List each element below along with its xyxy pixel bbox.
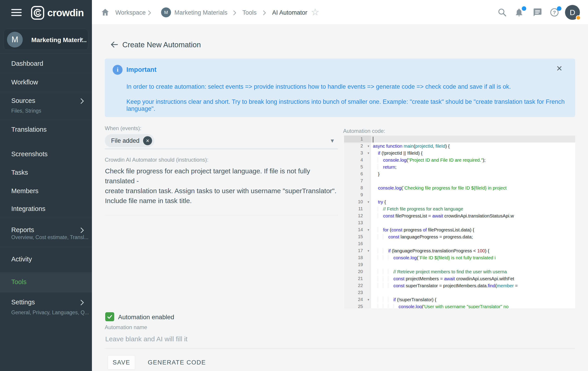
code-line[interactable]: 23 xyxy=(344,289,575,296)
divider xyxy=(0,73,92,73)
code-line[interactable]: 12 const fileProgressList = await crowdi… xyxy=(344,212,575,219)
code-line[interactable]: 15 const languageProgress = progress.dat… xyxy=(344,233,575,240)
code-line[interactable]: 19 xyxy=(344,261,575,268)
code-line-text: const superTranslator = projectMembers.d… xyxy=(371,282,575,289)
crowdin-logo[interactable]: crowdin xyxy=(31,5,84,20)
code-line[interactable]: 14▾ for (const progress of fileProgressL… xyxy=(344,226,575,233)
divider xyxy=(0,92,92,92)
favorite-star-icon[interactable]: ☆ xyxy=(311,7,319,17)
code-line[interactable]: 1 xyxy=(344,135,575,143)
save-button[interactable]: SAVE xyxy=(108,355,135,370)
code-label: Automation code: xyxy=(343,128,385,134)
code-line[interactable]: 11 // Fetch file progress for each langu… xyxy=(344,205,575,212)
generate-code-button[interactable]: GENERATE CODE xyxy=(144,355,210,370)
close-icon[interactable]: ✕ xyxy=(556,64,563,73)
code-line-text: console.log("Project ID and File ID are … xyxy=(371,156,575,164)
code-line[interactable]: 9 xyxy=(344,191,575,198)
code-line[interactable]: 18 console.log(`File ID ${fileId} is not… xyxy=(344,254,575,261)
code-line[interactable]: 24▾ if (!superTranslator) { xyxy=(344,296,575,303)
sidebar-item-activity[interactable]: Activity xyxy=(11,256,32,263)
sidebar: crowdin M Marketing Materi... ▾ Dashboar… xyxy=(0,0,92,371)
code-line-text: try { xyxy=(371,198,575,205)
code-line-text: if (!projectId || !fileId) { xyxy=(371,149,575,156)
brand-name: crowdin xyxy=(47,7,84,19)
code-line[interactable]: 4 console.log("Project ID and File ID ar… xyxy=(344,156,575,164)
code-line[interactable]: 17▾ if (languageProgress.translationProg… xyxy=(344,247,575,254)
gutter-line-number: 22 xyxy=(344,282,371,289)
remove-event-icon[interactable]: ✕ xyxy=(143,136,152,145)
gutter-line-number: 11 xyxy=(344,205,371,212)
code-line[interactable]: 6 } xyxy=(344,170,575,177)
fold-arrow-icon[interactable]: ▾ xyxy=(368,143,369,149)
code-line[interactable]: 10▾ try { xyxy=(344,198,575,205)
code-line-text: const fileProgressList = await crowdinAp… xyxy=(371,212,575,219)
code-line[interactable]: 7 xyxy=(344,177,575,184)
fold-arrow-icon[interactable]: ▾ xyxy=(368,296,369,303)
sidebar-item-screenshots[interactable]: Screenshots xyxy=(11,150,48,158)
code-line[interactable]: 13 xyxy=(344,219,575,226)
gutter-line-number: 24▾ xyxy=(344,296,371,303)
sidebar-item-settings[interactable]: Settings xyxy=(11,299,35,306)
chevron-right-icon xyxy=(80,227,84,234)
code-line[interactable]: 21 const projectMembers = await crowdinA… xyxy=(344,275,575,282)
code-line[interactable]: 16 xyxy=(344,240,575,247)
code-line-text: return; xyxy=(371,164,575,170)
notice-title: Important xyxy=(126,66,157,73)
breadcrumb-project[interactable]: Marketing Materials xyxy=(174,9,228,16)
gutter-line-number: 5 xyxy=(344,164,371,170)
divider xyxy=(0,218,92,218)
code-line[interactable]: 25 console.log('User with username "supe… xyxy=(344,303,575,309)
code-line-text: // Retrieve project members to find the … xyxy=(371,268,575,275)
automation-name-input[interactable] xyxy=(105,333,575,345)
breadcrumb-workspace[interactable]: Workspace xyxy=(115,9,146,16)
breadcrumb-current: AI Automator xyxy=(272,9,307,16)
sidebar-sub-settings: General, Privacy, Languages, Q... xyxy=(11,309,89,316)
sidebar-item-tasks[interactable]: Tasks xyxy=(11,169,28,176)
code-line-text: const projectMembers = await crowdinApi.… xyxy=(371,275,575,282)
hamburger-menu-icon[interactable] xyxy=(11,9,22,18)
fold-arrow-icon[interactable]: ▾ xyxy=(368,247,369,254)
sidebar-item-members[interactable]: Members xyxy=(11,187,39,195)
top-navbar: Workspace M Marketing Materials Tools AI… xyxy=(92,0,588,25)
breadcrumb-tools[interactable]: Tools xyxy=(242,9,257,16)
code-line[interactable]: 3▾ if (!projectId || !fileId) { xyxy=(344,149,575,156)
code-line-text xyxy=(371,240,575,247)
sidebar-item-tools[interactable]: Tools xyxy=(11,278,27,286)
gutter-line-number: 1 xyxy=(344,135,371,143)
code-line[interactable]: 20 // Retrieve project members to find t… xyxy=(344,268,575,275)
sidebar-item-sources[interactable]: Sources xyxy=(11,97,35,104)
code-line-text xyxy=(371,261,575,268)
event-chip-file-added[interactable]: File added ✕ xyxy=(105,134,154,147)
automation-enabled-checkbox[interactable] xyxy=(105,312,114,321)
code-editor[interactable]: 12▾async function main(projectId, fileId… xyxy=(344,135,575,309)
code-line-text: // Fetch file progress for each language xyxy=(371,205,575,212)
gutter-line-number: 13 xyxy=(344,219,371,226)
search-icon[interactable] xyxy=(497,8,507,17)
fold-arrow-icon[interactable]: ▾ xyxy=(368,149,369,156)
sidebar-item-workflow[interactable]: Workflow xyxy=(11,79,38,86)
sidebar-item-translations[interactable]: Translations xyxy=(11,126,47,133)
chat-icon[interactable] xyxy=(533,8,542,17)
sidebar-item-reports[interactable]: Reports xyxy=(11,226,34,234)
fold-arrow-icon[interactable]: ▾ xyxy=(368,226,369,233)
home-icon[interactable] xyxy=(100,8,110,17)
code-line[interactable]: 5 return; xyxy=(344,164,575,170)
instructions-text[interactable]: Check file progress for each project tar… xyxy=(105,166,340,206)
sidebar-item-integrations[interactable]: Integrations xyxy=(11,205,45,213)
gutter-line-number: 4 xyxy=(344,156,371,164)
events-dropdown-caret-icon[interactable]: ▾ xyxy=(331,137,334,144)
sidebar-item-dashboard[interactable]: Dashboard xyxy=(11,60,43,67)
code-line-text: const languageProgress = progress.data; xyxy=(371,233,575,240)
gutter-line-number: 14▾ xyxy=(344,226,371,233)
divider xyxy=(0,247,92,247)
project-selector[interactable]: M Marketing Materi... ▾ xyxy=(4,29,88,50)
code-line[interactable]: 22 const superTranslator = projectMember… xyxy=(344,282,575,289)
divider xyxy=(0,120,92,120)
code-line[interactable]: 8 console.log(`Checking file progress fo… xyxy=(344,184,575,191)
code-line[interactable]: 2▾async function main(projectId, fileId)… xyxy=(344,143,575,149)
back-arrow-icon[interactable] xyxy=(110,41,119,49)
gutter-line-number: 19 xyxy=(344,261,371,268)
info-icon: i xyxy=(113,65,123,75)
gutter-line-number: 17▾ xyxy=(344,247,371,254)
fold-arrow-icon[interactable]: ▾ xyxy=(368,198,369,205)
